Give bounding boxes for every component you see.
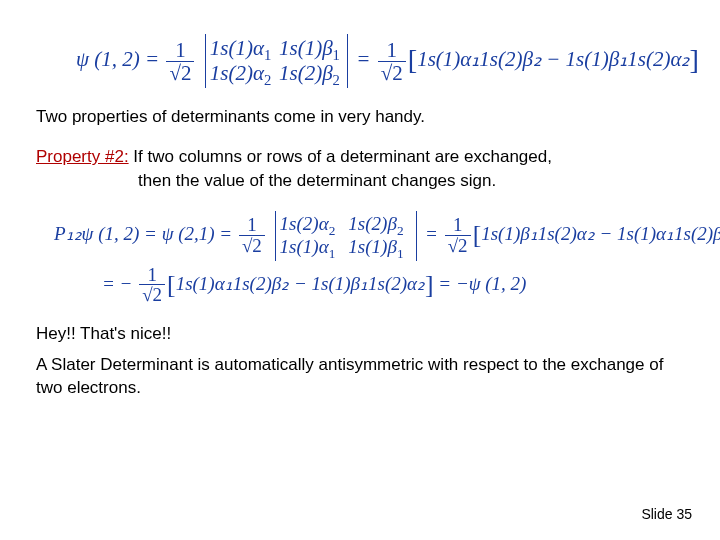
slide-number: Slide 35 [641,506,692,522]
intro-text: Two properties of determinants come in v… [36,106,684,129]
eq3-tail: = −ψ (1, 2) [434,272,527,293]
eq1-expansion: 1s(1)α₁1s(2)β₂ − 1s(1)β₁1s(2)α₂ [417,47,689,71]
eq2-frac2: 1 √2 [445,215,471,256]
property-label: Property #2: [36,147,129,166]
eq1-lhs: ψ (1, 2) = [76,47,159,71]
property-line1: If two columns or rows of a determinant … [129,147,552,166]
equation-psi: ψ (1, 2) = 1 √2 1s(1)α1 1s(1)β1 1s(2)α2 … [76,34,684,88]
eq3-frac: 1 √2 [139,265,165,306]
conclusion: A Slater Determinant is automatically an… [36,354,684,400]
eq2-expansion: 1s(1)β₁1s(2)α₂ − 1s(1)α₁1s(2)β₂ [481,223,720,244]
eq2-frac: 1 √2 [239,215,265,256]
eq3-pre: = − [102,272,132,293]
eq2-determinant: 1s(2)α2 1s(2)β2 1s(1)α1 1s(1)β1 [275,211,418,261]
property-2: Property #2: If two columns or rows of a… [36,145,684,193]
equation-p12-cont: = − 1 √2 [1s(1)α₁1s(2)β₂ − 1s(1)β₁1s(2)α… [102,265,684,306]
property-line2: then the value of the determinant change… [138,169,684,193]
eq2-lhs: P₁₂ψ (1, 2) = ψ (2,1) = [54,223,232,244]
equation-p12: P₁₂ψ (1, 2) = ψ (2,1) = 1 √2 1s(2)α2 1s(… [54,211,684,261]
eq3-bracket: 1s(1)α₁1s(2)β₂ − 1s(1)β₁1s(2)α₂ [176,272,425,293]
eq1-frac: 1 √2 [166,39,194,84]
eq1-frac2: 1 √2 [378,39,406,84]
exclamation: Hey!! That's nice!! [36,323,684,346]
eq1-determinant: 1s(1)α1 1s(1)β1 1s(2)α2 1s(2)β2 [205,34,348,88]
